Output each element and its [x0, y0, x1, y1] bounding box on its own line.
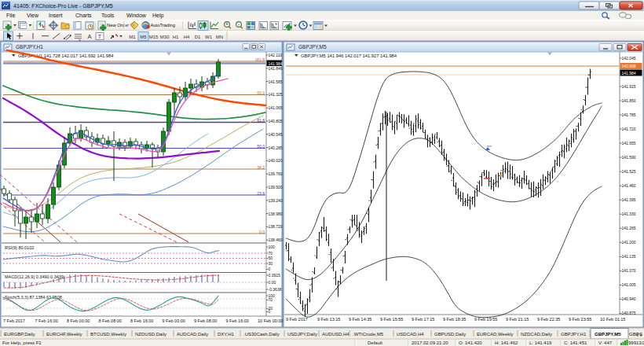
- svg-text:142.110: 142.110: [269, 53, 283, 57]
- svg-text:138.980: 138.980: [269, 212, 283, 216]
- svg-text:140.940: 140.940: [622, 296, 636, 301]
- svg-text:O: 141.420: O: 141.420: [459, 340, 482, 345]
- svg-text:0: 0: [269, 267, 271, 271]
- svg-text:9 Feb 15:55: 9 Feb 15:55: [380, 317, 403, 322]
- svg-text:142.045: 142.045: [622, 56, 636, 61]
- svg-text:.WTICrude,M5: .WTICrude,M5: [353, 332, 384, 337]
- svg-text:9 Feb 00:00: 9 Feb 00:00: [163, 318, 185, 323]
- svg-text:D1: D1: [195, 35, 201, 39]
- svg-text:140.805: 140.805: [269, 119, 283, 123]
- svg-text:141.330: 141.330: [622, 212, 636, 216]
- svg-text:138.720: 138.720: [269, 224, 283, 229]
- svg-text:141.200: 141.200: [622, 240, 636, 245]
- svg-text:9 Feb 19:55: 9 Feb 19:55: [474, 317, 497, 322]
- svg-text:EURGBP,Daily: EURGBP,Daily: [4, 332, 35, 337]
- svg-text:GBPJPY,H1: GBPJPY,H1: [561, 332, 587, 337]
- svg-text:140.020: 140.020: [269, 158, 283, 163]
- svg-text:141.265: 141.265: [622, 226, 636, 230]
- svg-text:141.984: 141.984: [622, 71, 636, 75]
- svg-text:141.325: 141.325: [269, 92, 283, 97]
- svg-text:C: 141.451: C: 141.451: [564, 340, 587, 345]
- svg-text:Charts: Charts: [75, 13, 92, 18]
- svg-text:141.065: 141.065: [269, 105, 283, 110]
- svg-text:141.135: 141.135: [622, 254, 636, 259]
- svg-text:99913/28 kb: 99913/28 kb: [628, 340, 644, 345]
- svg-text:USDCAD,H4: USDCAD,H4: [397, 332, 424, 337]
- svg-text:9 Feb 22:35: 9 Feb 22:35: [537, 317, 560, 322]
- svg-text:10 Feb 01:15: 10 Feb 01:15: [600, 317, 625, 322]
- svg-text:9 Feb 13:15: 9 Feb 13:15: [317, 317, 340, 322]
- svg-text:141.655: 141.655: [622, 141, 636, 145]
- svg-text:139.240: 139.240: [269, 198, 283, 203]
- svg-text:L: 141.419: L: 141.419: [529, 340, 552, 345]
- svg-text:8 Feb 16:00: 8 Feb 16:00: [130, 318, 153, 323]
- svg-text:140.545: 140.545: [269, 132, 283, 137]
- svg-text:141.785: 141.785: [622, 112, 636, 117]
- svg-text:0.00: 0.00: [269, 280, 276, 285]
- svg-text:+: +: [225, 21, 229, 27]
- svg-text:70: 70: [269, 297, 273, 302]
- svg-text:USDJPY,Daily: USDJPY,Daily: [287, 332, 317, 337]
- svg-text:New Order: New Order: [107, 23, 129, 28]
- svg-text:.US30Cash,Daily: .US30Cash,Daily: [243, 332, 280, 337]
- svg-text:9 Feb 21:15: 9 Feb 21:15: [506, 317, 529, 322]
- svg-text:0.0: 0.0: [259, 230, 265, 234]
- svg-text:AutoTrading: AutoTrading: [151, 23, 175, 28]
- svg-text:9 Feb 2017: 9 Feb 2017: [286, 317, 308, 322]
- svg-text:138.460: 138.460: [269, 237, 283, 242]
- svg-text:139.760: 139.760: [269, 171, 283, 176]
- svg-text:EURCAD,Weekly: EURCAD,Weekly: [477, 332, 514, 337]
- svg-text:141.915: 141.915: [622, 84, 636, 89]
- svg-text:GBPJPY,M5: GBPJPY,M5: [595, 332, 621, 337]
- svg-text:T: T: [98, 34, 102, 39]
- svg-text:NZDCAD,Daily: NZDCAD,Daily: [521, 332, 552, 337]
- svg-text:38.2: 38.2: [257, 165, 265, 170]
- svg-text:M15: M15: [149, 35, 159, 39]
- svg-text:140.285: 140.285: [269, 145, 283, 150]
- svg-text:GBPUSD,Daily: GBPUSD,Daily: [434, 332, 466, 337]
- svg-text:7 Feb 16:00: 7 Feb 16:00: [35, 318, 58, 323]
- svg-text:AUDUSD,H4: AUDUSD,H4: [322, 332, 349, 337]
- svg-text:140.875: 140.875: [622, 311, 636, 315]
- svg-text:NZDUSD,Daily: NZDUSD,Daily: [135, 332, 166, 337]
- svg-text:141.005: 141.005: [622, 282, 636, 287]
- svg-text:139.500: 139.500: [269, 185, 283, 190]
- svg-text:Tools: Tools: [101, 13, 115, 18]
- svg-text:Window: Window: [126, 13, 147, 18]
- svg-text:9 Feb 16:00: 9 Feb 16:00: [226, 318, 249, 323]
- svg-text:MN: MN: [216, 35, 223, 39]
- svg-text:70: 70: [269, 251, 273, 256]
- svg-text:141.850: 141.850: [622, 98, 636, 103]
- svg-text:Help: Help: [152, 13, 164, 19]
- svg-text:141.460: 141.460: [622, 183, 636, 188]
- svg-text:141.590: 141.590: [622, 155, 636, 160]
- svg-text:9 Feb 18:35: 9 Feb 18:35: [443, 317, 466, 322]
- svg-text:BTCUSD,Weekly: BTCUSD,Weekly: [90, 332, 126, 337]
- svg-text:141.585: 141.585: [269, 79, 283, 84]
- svg-text:100: 100: [269, 245, 276, 249]
- svg-text:0: 0: [269, 309, 271, 314]
- svg-text:Insert: Insert: [49, 13, 63, 18]
- svg-text:GBPJPY,M5 141.946 142.017 141: GBPJPY,M5 141.946 142.017 141.927 141.98…: [301, 53, 397, 58]
- svg-text:50.0: 50.0: [257, 90, 265, 95]
- svg-text:141.395: 141.395: [622, 197, 636, 202]
- svg-text:-: -: [238, 21, 240, 27]
- svg-text:41405: FXChoice-Pro Live - GBP: 41405: FXChoice-Pro Live - GBPJPY,M5: [13, 3, 113, 9]
- svg-text:EURCHF,Weekly: EURCHF,Weekly: [46, 332, 82, 337]
- svg-text:9 Feb 14:35: 9 Feb 14:35: [349, 317, 371, 322]
- svg-text:-0.3638: -0.3638: [269, 287, 282, 292]
- svg-text:Default: Default: [368, 340, 382, 345]
- svg-text:23.6: 23.6: [257, 191, 265, 196]
- svg-text:H: 141.462: H: 141.462: [495, 340, 518, 345]
- svg-text:141.720: 141.720: [622, 127, 636, 131]
- svg-text:GBPJPY,M5: GBPJPY,M5: [298, 44, 327, 50]
- svg-text:H4: H4: [184, 35, 190, 39]
- svg-text:A: A: [87, 33, 91, 40]
- svg-text:161.8: 161.8: [254, 57, 265, 62]
- svg-text:7 Feb 2017: 7 Feb 2017: [3, 318, 25, 323]
- svg-text:For Help, press F1: For Help, press F1: [2, 340, 42, 345]
- svg-text:2017.02.09 21:20: 2017.02.09 21:20: [412, 340, 448, 345]
- svg-text:0.3915: 0.3915: [269, 273, 281, 278]
- svg-text:30: 30: [269, 261, 273, 266]
- svg-text:61.8: 61.8: [257, 118, 265, 123]
